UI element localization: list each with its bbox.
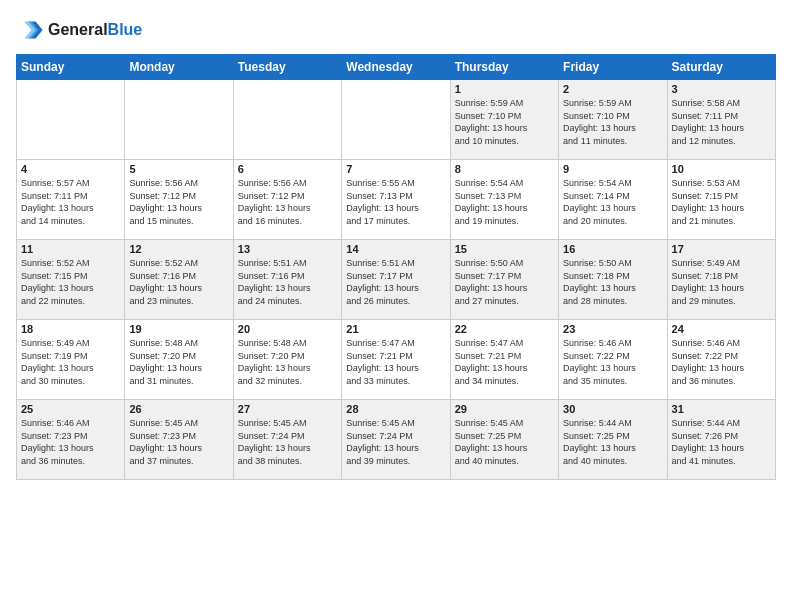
calendar-cell: 29Sunrise: 5:45 AM Sunset: 7:25 PM Dayli… [450,400,558,480]
day-number: 11 [21,243,120,255]
day-number: 5 [129,163,228,175]
calendar-cell: 7Sunrise: 5:55 AM Sunset: 7:13 PM Daylig… [342,160,450,240]
day-number: 15 [455,243,554,255]
day-info: Sunrise: 5:52 AM Sunset: 7:15 PM Dayligh… [21,257,120,307]
day-info: Sunrise: 5:45 AM Sunset: 7:23 PM Dayligh… [129,417,228,467]
weekday-header-saturday: Saturday [667,55,775,80]
calendar-cell: 12Sunrise: 5:52 AM Sunset: 7:16 PM Dayli… [125,240,233,320]
calendar-week-row: 18Sunrise: 5:49 AM Sunset: 7:19 PM Dayli… [17,320,776,400]
day-info: Sunrise: 5:56 AM Sunset: 7:12 PM Dayligh… [238,177,337,227]
calendar-cell: 9Sunrise: 5:54 AM Sunset: 7:14 PM Daylig… [559,160,667,240]
day-number: 20 [238,323,337,335]
day-info: Sunrise: 5:53 AM Sunset: 7:15 PM Dayligh… [672,177,771,227]
weekday-header-monday: Monday [125,55,233,80]
day-number: 2 [563,83,662,95]
calendar-week-row: 1Sunrise: 5:59 AM Sunset: 7:10 PM Daylig… [17,80,776,160]
calendar-cell: 16Sunrise: 5:50 AM Sunset: 7:18 PM Dayli… [559,240,667,320]
day-number: 24 [672,323,771,335]
calendar-cell [125,80,233,160]
day-number: 7 [346,163,445,175]
day-number: 14 [346,243,445,255]
day-number: 13 [238,243,337,255]
day-number: 16 [563,243,662,255]
logo-text: GeneralBlue [48,21,142,39]
weekday-header-sunday: Sunday [17,55,125,80]
calendar-cell: 13Sunrise: 5:51 AM Sunset: 7:16 PM Dayli… [233,240,341,320]
day-info: Sunrise: 5:45 AM Sunset: 7:24 PM Dayligh… [238,417,337,467]
calendar-table: SundayMondayTuesdayWednesdayThursdayFrid… [16,54,776,480]
day-info: Sunrise: 5:54 AM Sunset: 7:13 PM Dayligh… [455,177,554,227]
day-number: 22 [455,323,554,335]
day-info: Sunrise: 5:47 AM Sunset: 7:21 PM Dayligh… [455,337,554,387]
calendar-cell: 10Sunrise: 5:53 AM Sunset: 7:15 PM Dayli… [667,160,775,240]
day-info: Sunrise: 5:57 AM Sunset: 7:11 PM Dayligh… [21,177,120,227]
calendar-week-row: 25Sunrise: 5:46 AM Sunset: 7:23 PM Dayli… [17,400,776,480]
calendar-header-row: SundayMondayTuesdayWednesdayThursdayFrid… [17,55,776,80]
day-info: Sunrise: 5:55 AM Sunset: 7:13 PM Dayligh… [346,177,445,227]
day-number: 4 [21,163,120,175]
calendar-cell: 6Sunrise: 5:56 AM Sunset: 7:12 PM Daylig… [233,160,341,240]
day-info: Sunrise: 5:45 AM Sunset: 7:25 PM Dayligh… [455,417,554,467]
calendar-cell: 8Sunrise: 5:54 AM Sunset: 7:13 PM Daylig… [450,160,558,240]
calendar-cell: 20Sunrise: 5:48 AM Sunset: 7:20 PM Dayli… [233,320,341,400]
day-info: Sunrise: 5:49 AM Sunset: 7:18 PM Dayligh… [672,257,771,307]
calendar-cell: 26Sunrise: 5:45 AM Sunset: 7:23 PM Dayli… [125,400,233,480]
calendar-cell [17,80,125,160]
calendar-cell: 25Sunrise: 5:46 AM Sunset: 7:23 PM Dayli… [17,400,125,480]
day-number: 23 [563,323,662,335]
day-number: 10 [672,163,771,175]
calendar-cell: 14Sunrise: 5:51 AM Sunset: 7:17 PM Dayli… [342,240,450,320]
calendar-cell: 23Sunrise: 5:46 AM Sunset: 7:22 PM Dayli… [559,320,667,400]
day-info: Sunrise: 5:45 AM Sunset: 7:24 PM Dayligh… [346,417,445,467]
header: GeneralBlue [16,16,776,44]
day-info: Sunrise: 5:52 AM Sunset: 7:16 PM Dayligh… [129,257,228,307]
day-number: 12 [129,243,228,255]
day-info: Sunrise: 5:56 AM Sunset: 7:12 PM Dayligh… [129,177,228,227]
day-info: Sunrise: 5:59 AM Sunset: 7:10 PM Dayligh… [455,97,554,147]
calendar-cell: 21Sunrise: 5:47 AM Sunset: 7:21 PM Dayli… [342,320,450,400]
calendar-cell [342,80,450,160]
day-info: Sunrise: 5:51 AM Sunset: 7:16 PM Dayligh… [238,257,337,307]
day-info: Sunrise: 5:48 AM Sunset: 7:20 PM Dayligh… [238,337,337,387]
day-number: 19 [129,323,228,335]
day-info: Sunrise: 5:50 AM Sunset: 7:18 PM Dayligh… [563,257,662,307]
day-info: Sunrise: 5:51 AM Sunset: 7:17 PM Dayligh… [346,257,445,307]
day-info: Sunrise: 5:46 AM Sunset: 7:23 PM Dayligh… [21,417,120,467]
weekday-header-friday: Friday [559,55,667,80]
calendar-cell: 5Sunrise: 5:56 AM Sunset: 7:12 PM Daylig… [125,160,233,240]
day-number: 26 [129,403,228,415]
calendar-cell: 4Sunrise: 5:57 AM Sunset: 7:11 PM Daylig… [17,160,125,240]
day-number: 21 [346,323,445,335]
calendar-cell: 24Sunrise: 5:46 AM Sunset: 7:22 PM Dayli… [667,320,775,400]
day-info: Sunrise: 5:49 AM Sunset: 7:19 PM Dayligh… [21,337,120,387]
day-number: 29 [455,403,554,415]
calendar-cell: 17Sunrise: 5:49 AM Sunset: 7:18 PM Dayli… [667,240,775,320]
day-info: Sunrise: 5:48 AM Sunset: 7:20 PM Dayligh… [129,337,228,387]
day-info: Sunrise: 5:46 AM Sunset: 7:22 PM Dayligh… [563,337,662,387]
calendar-cell: 30Sunrise: 5:44 AM Sunset: 7:25 PM Dayli… [559,400,667,480]
day-number: 3 [672,83,771,95]
weekday-header-tuesday: Tuesday [233,55,341,80]
day-info: Sunrise: 5:44 AM Sunset: 7:26 PM Dayligh… [672,417,771,467]
day-info: Sunrise: 5:44 AM Sunset: 7:25 PM Dayligh… [563,417,662,467]
calendar-week-row: 11Sunrise: 5:52 AM Sunset: 7:15 PM Dayli… [17,240,776,320]
day-number: 18 [21,323,120,335]
day-number: 8 [455,163,554,175]
calendar-cell: 3Sunrise: 5:58 AM Sunset: 7:11 PM Daylig… [667,80,775,160]
calendar-week-row: 4Sunrise: 5:57 AM Sunset: 7:11 PM Daylig… [17,160,776,240]
day-info: Sunrise: 5:47 AM Sunset: 7:21 PM Dayligh… [346,337,445,387]
day-number: 25 [21,403,120,415]
day-number: 27 [238,403,337,415]
calendar-cell: 19Sunrise: 5:48 AM Sunset: 7:20 PM Dayli… [125,320,233,400]
day-info: Sunrise: 5:54 AM Sunset: 7:14 PM Dayligh… [563,177,662,227]
page: GeneralBlue SundayMondayTuesdayWednesday… [0,0,792,612]
day-info: Sunrise: 5:58 AM Sunset: 7:11 PM Dayligh… [672,97,771,147]
day-number: 9 [563,163,662,175]
calendar-cell: 18Sunrise: 5:49 AM Sunset: 7:19 PM Dayli… [17,320,125,400]
day-info: Sunrise: 5:59 AM Sunset: 7:10 PM Dayligh… [563,97,662,147]
weekday-header-wednesday: Wednesday [342,55,450,80]
calendar-cell: 31Sunrise: 5:44 AM Sunset: 7:26 PM Dayli… [667,400,775,480]
calendar-cell [233,80,341,160]
calendar-cell: 22Sunrise: 5:47 AM Sunset: 7:21 PM Dayli… [450,320,558,400]
day-number: 6 [238,163,337,175]
